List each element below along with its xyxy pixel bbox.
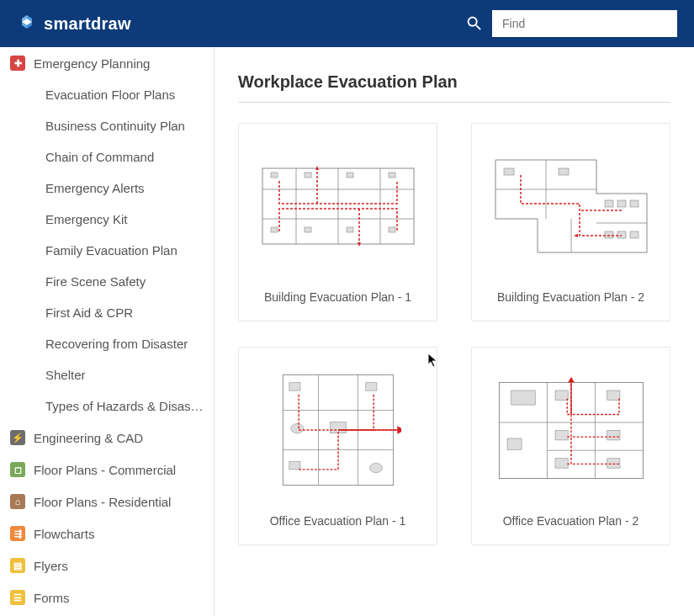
forms-icon: ☰: [10, 590, 25, 605]
svg-rect-52: [555, 458, 568, 467]
sidebar-category-forms[interactable]: ☰ Forms: [0, 581, 214, 613]
sidebar-item-family-evacuation[interactable]: Family Evacuation Plan: [34, 235, 214, 266]
search-input[interactable]: [492, 10, 677, 37]
svg-rect-8: [347, 173, 353, 178]
svg-marker-41: [397, 426, 401, 433]
sidebar-item-recovering-disaster[interactable]: Recovering from Disaster: [34, 328, 214, 359]
svg-rect-51: [607, 430, 619, 439]
svg-rect-9: [389, 173, 395, 178]
svg-rect-13: [389, 227, 395, 232]
page-title: Workplace Evacuation Plan: [238, 72, 670, 103]
template-thumbnail: [249, 363, 426, 497]
category-label: Engineering & CAD: [34, 431, 143, 445]
commercial-icon: ◻: [10, 462, 25, 477]
template-card[interactable]: Building Evacuation Plan - 1: [238, 123, 437, 321]
svg-rect-47: [511, 390, 535, 405]
template-title: Office Evacuation Plan - 1: [270, 514, 406, 528]
sidebar-item-emergency-kit[interactable]: Emergency Kit: [34, 204, 214, 235]
template-title: Building Evacuation Plan - 2: [497, 290, 644, 304]
svg-rect-25: [630, 231, 638, 238]
svg-rect-23: [605, 231, 613, 238]
category-label: Floor Plans - Residential: [34, 495, 171, 509]
svg-rect-48: [555, 390, 568, 400]
brand-logo[interactable]: smartdraw: [17, 13, 131, 34]
svg-point-38: [290, 424, 303, 433]
sidebar-category-engineering-cad[interactable]: ⚡ Engineering & CAD: [0, 422, 214, 454]
template-thumbnail: [249, 139, 426, 273]
svg-rect-35: [365, 383, 376, 390]
template-card[interactable]: Building Evacuation Plan - 2: [471, 123, 670, 321]
sidebar-item-first-aid-cpr[interactable]: First Aid & CPR: [34, 297, 214, 328]
search-icon: [465, 14, 484, 33]
template-thumbnail: [482, 363, 660, 497]
sidebar-item-types-hazards[interactable]: Types of Hazards & Disasters: [34, 390, 214, 422]
svg-rect-54: [507, 438, 522, 449]
svg-rect-12: [347, 227, 353, 232]
category-label: Flowcharts: [34, 527, 95, 541]
sidebar-category-emergency-planning[interactable]: ✚ Emergency Planning: [0, 47, 214, 79]
sidebar-category-floor-plans-commercial[interactable]: ◻ Floor Plans - Commercial: [0, 454, 214, 486]
sidebar[interactable]: ✚ Emergency Planning Evacuation Floor Pl…: [0, 47, 215, 616]
emergency-icon: ✚: [10, 56, 25, 71]
sidebar-item-fire-scene-safety[interactable]: Fire Scene Safety: [34, 266, 214, 297]
svg-rect-26: [504, 168, 514, 175]
svg-point-39: [369, 463, 382, 472]
app-header: smartdraw: [0, 0, 694, 47]
svg-rect-27: [559, 168, 569, 175]
svg-rect-24: [617, 231, 626, 238]
subcategory-list: Evacuation Floor Plans Business Continui…: [0, 79, 214, 422]
sidebar-category-flowcharts[interactable]: ⇶ Flowcharts: [0, 518, 214, 550]
main-content: Workplace Evacuation Plan: [215, 47, 694, 616]
template-thumbnail: [482, 139, 660, 273]
svg-rect-37: [330, 422, 346, 433]
template-title: Office Evacuation Plan - 2: [503, 514, 639, 528]
svg-marker-56: [568, 376, 575, 382]
sidebar-category-flyers[interactable]: ▤ Flyers: [0, 550, 214, 581]
svg-rect-53: [607, 458, 619, 467]
template-title: Building Evacuation Plan - 1: [264, 290, 411, 304]
category-label: Floor Plans - Commercial: [34, 463, 176, 477]
smartdraw-logo-icon: [17, 13, 37, 34]
svg-rect-22: [630, 200, 638, 207]
template-card[interactable]: Office Evacuation Plan - 1: [238, 347, 437, 545]
sidebar-item-evacuation-floor-plans[interactable]: Evacuation Floor Plans: [34, 79, 214, 110]
svg-rect-49: [607, 390, 619, 400]
template-card[interactable]: Office Evacuation Plan - 2: [471, 347, 670, 545]
sidebar-item-chain-of-command[interactable]: Chain of Command: [34, 141, 214, 173]
engineering-icon: ⚡: [10, 430, 25, 445]
svg-rect-10: [271, 227, 278, 232]
svg-rect-21: [617, 200, 626, 207]
svg-rect-20: [605, 200, 613, 207]
category-label: Flyers: [34, 559, 68, 573]
residential-icon: ⌂: [10, 494, 25, 509]
svg-rect-6: [271, 173, 278, 178]
flowchart-icon: ⇶: [10, 526, 25, 541]
template-grid: Building Evacuation Plan - 1: [238, 123, 670, 545]
main-layout: ✚ Emergency Planning Evacuation Floor Pl…: [0, 47, 694, 616]
sidebar-item-business-continuity[interactable]: Business Continuity Plan: [34, 110, 214, 141]
search-container: [465, 10, 677, 37]
svg-rect-36: [289, 462, 299, 470]
category-label: Forms: [34, 591, 70, 605]
svg-rect-50: [555, 430, 568, 439]
brand-name: smartdraw: [44, 14, 131, 34]
svg-rect-7: [305, 173, 311, 178]
category-label: Emergency Planning: [34, 56, 150, 71]
sidebar-category-floor-plans-residential[interactable]: ⌂ Floor Plans - Residential: [0, 486, 214, 518]
svg-rect-34: [289, 383, 299, 390]
sidebar-item-shelter[interactable]: Shelter: [34, 359, 214, 390]
sidebar-item-emergency-alerts[interactable]: Emergency Alerts: [34, 173, 214, 204]
svg-rect-11: [305, 227, 311, 232]
flyers-icon: ▤: [10, 558, 25, 573]
